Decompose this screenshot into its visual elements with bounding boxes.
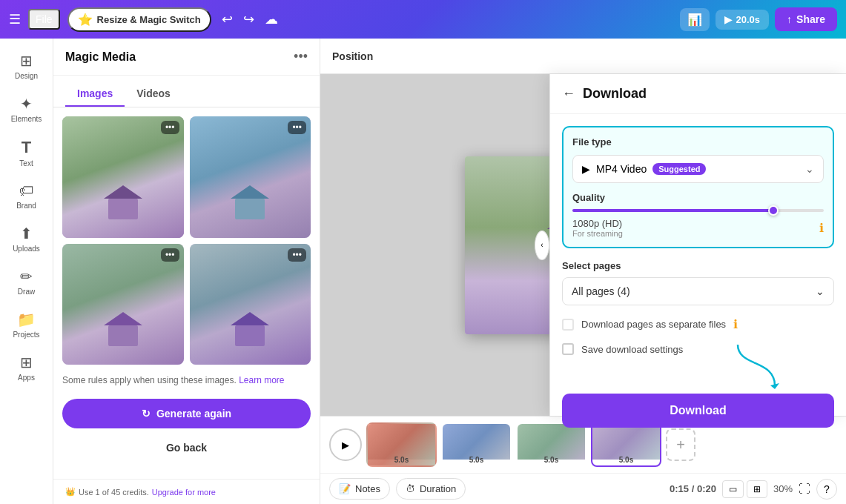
projects-icon: 📁 [17, 311, 36, 328]
design-icon: ⊞ [20, 52, 33, 70]
panel-scroll: ••• ••• [53, 107, 320, 479]
help-button[interactable]: ? [816, 479, 837, 500]
time-current: 0:15 [670, 483, 689, 494]
apps-label: Apps [18, 374, 35, 382]
quality-section: Quality 1080p (HD) For streaming ℹ [572, 192, 824, 238]
download-header: ← Download [550, 74, 846, 114]
position-label: Position [332, 50, 373, 62]
time-total: 0:20 [697, 483, 716, 494]
elements-label: Elements [11, 115, 42, 123]
download-body: File type ▶ MP4 Video Suggested ⌄ Qualit… [550, 114, 846, 440]
strip-item-1[interactable]: 5.0s [366, 422, 437, 467]
learn-more-link[interactable]: Learn more [239, 375, 284, 385]
sidebar-item-draw[interactable]: ✏ Draw [3, 262, 50, 302]
sidebar: ⊞ Design ✦ Elements T Text 🏷 Brand ⬆ Upl… [0, 39, 53, 504]
fullscreen-button[interactable]: ⛶ [799, 483, 810, 496]
quality-sub: For streaming [572, 229, 623, 238]
strip-duration-2: 5.0s [469, 456, 483, 464]
undo-button[interactable]: ↩ [219, 8, 236, 30]
file-type-select[interactable]: ▶ MP4 Video Suggested ⌄ [572, 155, 824, 183]
pages-dropdown[interactable]: All pages (4) ⌄ [562, 277, 834, 305]
canvas-viewport[interactable]: ‹ [320, 74, 846, 416]
tab-images[interactable]: Images [65, 82, 125, 107]
analytics-button[interactable]: 📊 [680, 8, 710, 31]
redo-button[interactable]: ↪ [240, 8, 257, 30]
notes-button[interactable]: 📝 Notes [329, 478, 390, 500]
separate-files-checkbox[interactable] [562, 319, 574, 331]
draw-icon: ✏ [20, 268, 33, 285]
share-button[interactable]: ↑ Share [775, 7, 837, 31]
strip-item-2[interactable]: 5.0s [441, 422, 512, 467]
upgrade-link[interactable]: Upgrade for more [152, 488, 216, 497]
list-item[interactable]: ••• [62, 116, 184, 238]
duration-icon: ⏱ [406, 483, 415, 494]
magic-icon: ⭐ [78, 13, 93, 27]
chevron-down-icon: ⌄ [816, 285, 824, 297]
timeline-play-button[interactable]: ▶ [329, 428, 362, 461]
sidebar-item-apps[interactable]: ⊞ Apps [3, 348, 50, 388]
list-item[interactable]: ••• [190, 244, 311, 365]
draw-label: Draw [18, 288, 35, 296]
uploads-label: Uploads [13, 245, 40, 253]
download-action-button[interactable]: Download [562, 394, 834, 428]
save-settings-label: Save download settings [581, 344, 683, 355]
hamburger-icon[interactable]: ☰ [9, 11, 21, 27]
play-duration: 20.0s [736, 14, 761, 25]
save-settings-checkbox[interactable] [562, 343, 574, 355]
generate-again-button[interactable]: ↻ Generate again [62, 399, 311, 428]
position-bar: Position [320, 39, 846, 74]
refresh-icon: ↻ [142, 408, 151, 420]
cloud-icon[interactable]: ☁ [265, 11, 278, 27]
sidebar-item-design[interactable]: ⊞ Design [3, 46, 50, 86]
tabs-row: Images Videos [53, 76, 320, 107]
separate-files-label: Download pages as separate files [581, 319, 726, 330]
bottom-right: 0:15 / 0:20 ▭ ⊞ 30% ⛶ ? [670, 479, 837, 500]
image-grid: ••• ••• [62, 116, 311, 365]
select-pages-label: Select pages [562, 260, 834, 271]
panel-header: Magic Media ••• [53, 39, 320, 76]
download-back-button[interactable]: ← [562, 86, 575, 102]
play-icon: ▶ [724, 14, 732, 25]
panel-more-button[interactable]: ••• [294, 49, 308, 64]
image-more-button[interactable]: ••• [161, 248, 179, 262]
sidebar-item-projects[interactable]: 📁 Projects [3, 305, 50, 345]
text-label: Text [19, 159, 33, 168]
separate-files-info-icon[interactable]: ℹ [733, 317, 738, 331]
monitor-view-button[interactable]: ▭ [722, 480, 744, 498]
share-label: Share [796, 13, 825, 25]
projects-label: Projects [13, 331, 39, 339]
quality-slider[interactable] [572, 209, 824, 212]
sidebar-item-brand[interactable]: 🏷 Brand [3, 176, 50, 216]
list-item[interactable]: ••• [62, 244, 184, 365]
file-type-group: File type ▶ MP4 Video Suggested ⌄ Qualit… [562, 126, 834, 248]
image-more-button[interactable]: ••• [288, 248, 306, 262]
sidebar-item-uploads[interactable]: ⬆ Uploads [3, 219, 50, 259]
sidebar-item-elements[interactable]: ✦ Elements [3, 89, 50, 129]
brand-icon: 🏷 [19, 182, 34, 199]
quality-slider-thumb[interactable] [768, 205, 779, 216]
tab-videos[interactable]: Videos [125, 82, 182, 107]
crown-icon: 👑 [65, 487, 76, 497]
credits-text: Use 1 of 45 credits. [79, 488, 149, 497]
go-back-button[interactable]: Go back [62, 434, 311, 461]
quality-info-icon[interactable]: ℹ [819, 221, 824, 235]
share-icon: ↑ [787, 13, 792, 25]
design-label: Design [15, 72, 38, 80]
duration-button[interactable]: ⏱ Duration [396, 478, 466, 500]
magic-switch-button[interactable]: ⭐ Resize & Magic Switch [67, 7, 211, 32]
play-button[interactable]: ▶ 20.0s [716, 10, 770, 30]
uploads-icon: ⬆ [20, 225, 33, 242]
sidebar-item-text[interactable]: T Text [3, 132, 50, 173]
chevron-down-icon: ⌄ [805, 163, 814, 175]
duration-label: Duration [420, 483, 456, 494]
arrow-svg [730, 345, 790, 389]
image-more-button[interactable]: ••• [288, 121, 306, 134]
image-more-button[interactable]: ••• [161, 121, 179, 134]
strip-duration-4: 5.0s [619, 456, 633, 464]
file-button[interactable]: File [28, 9, 60, 30]
arrow-annotation [562, 367, 834, 382]
list-item[interactable]: ••• [190, 116, 311, 238]
collapse-panel-button[interactable]: ‹ [535, 231, 549, 260]
time-display: 0:15 / 0:20 [670, 483, 716, 494]
grid-view-button[interactable]: ⊞ [747, 480, 767, 498]
